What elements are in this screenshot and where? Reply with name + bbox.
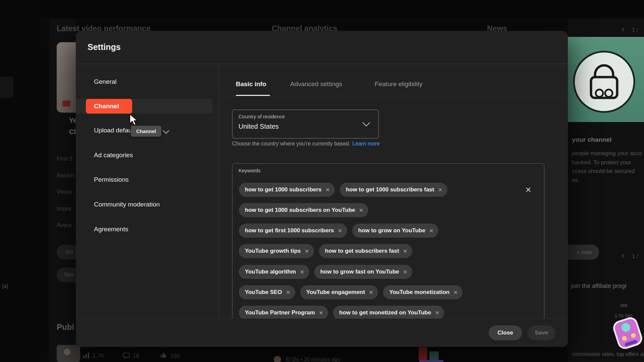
thumbnail-logo-patch bbox=[62, 101, 70, 107]
views-count: 1.7K bbox=[93, 353, 104, 359]
bar-chart-icon bbox=[83, 352, 90, 359]
keyword-chip[interactable]: how to get first 1000 subscribers× bbox=[239, 224, 347, 238]
sidebar-item-community-moderation[interactable]: Community moderation bbox=[94, 201, 160, 208]
news-caption-title: your channel bbox=[572, 136, 611, 143]
tab-feature-eligibility[interactable]: Feature eligibility bbox=[375, 80, 423, 88]
screen: Latest video performance Channel analyti… bbox=[0, 0, 644, 362]
remove-keyword-icon[interactable]: × bbox=[435, 309, 439, 317]
keyword-chip[interactable]: how to get monetized on YouTube× bbox=[333, 306, 444, 320]
keyword-chip-label: YouTube SEO bbox=[245, 289, 282, 296]
sidebar-item-agreements[interactable]: Agreements bbox=[94, 226, 128, 233]
header-divider bbox=[76, 64, 568, 64]
sidebar-item-channel[interactable]: Channel bbox=[86, 99, 132, 114]
metric-row: Views bbox=[57, 189, 72, 195]
keyword-chip[interactable]: how to get 1000 subscribers on YouTube× bbox=[239, 203, 368, 217]
country-helper-text: Choose the country where you're currentl… bbox=[232, 141, 380, 147]
keyword-row: YouTube algorithm× how to grow fast on Y… bbox=[239, 265, 412, 279]
keyword-row: YouTube Partner Program× how to get mone… bbox=[239, 306, 444, 320]
remove-keyword-icon[interactable]: × bbox=[319, 309, 323, 317]
clear-keywords-icon[interactable]: × bbox=[522, 183, 534, 197]
news-caption-line: es. bbox=[572, 177, 580, 184]
remove-keyword-icon[interactable]: × bbox=[453, 288, 458, 296]
mini-thumbnail bbox=[429, 351, 439, 360]
keywords-label: Keywords bbox=[238, 168, 261, 173]
tab-basic-info[interactable]: Basic info bbox=[236, 80, 266, 88]
keyword-chip[interactable]: how to get 1000 subscribers fast× bbox=[340, 183, 447, 197]
tabs-divider bbox=[219, 96, 568, 96]
keyword-chip-label: how to get subscribers fast bbox=[325, 248, 399, 254]
chevron-left-icon[interactable]: ‹ bbox=[622, 251, 625, 259]
comments-count: 18 bbox=[133, 353, 139, 359]
remove-keyword-icon[interactable]: × bbox=[429, 227, 433, 235]
remove-keyword-icon[interactable]: × bbox=[403, 268, 407, 276]
chevron-left-icon[interactable]: ‹ bbox=[622, 24, 625, 33]
keyword-row: how to get 1000 subscribers× how to get … bbox=[239, 183, 447, 197]
remove-keyword-icon[interactable]: × bbox=[369, 288, 373, 296]
video-title-fragment: Cl bbox=[69, 128, 76, 136]
thumbs-up-icon bbox=[160, 351, 167, 359]
keyword-chip-label: YouTube growth tips bbox=[245, 248, 301, 254]
keyword-chip[interactable]: YouTube SEO× bbox=[239, 285, 295, 299]
tab-advanced-settings[interactable]: Advanced settings bbox=[290, 80, 342, 88]
sidebar-item-general[interactable]: General bbox=[94, 78, 117, 85]
settings-dialog: Settings General Channel Upload defaults… bbox=[76, 31, 568, 347]
keyword-chip-label: how to get 1000 subscribers bbox=[245, 186, 322, 193]
keyword-chip[interactable]: how to grow on YouTube× bbox=[352, 224, 438, 238]
remove-keyword-icon[interactable]: × bbox=[286, 288, 290, 296]
keyword-chip-label: how to get 1000 subscribers on YouTube bbox=[245, 207, 355, 214]
dialog-title: Settings bbox=[88, 42, 121, 52]
keyword-chip-label: how to grow fast on YouTube bbox=[320, 268, 399, 275]
news-pager-mid: 1 / bbox=[632, 253, 638, 260]
close-button[interactable]: Close bbox=[489, 325, 522, 340]
sidebar-item-ad-categories[interactable]: Ad categories bbox=[94, 152, 133, 159]
remove-keyword-icon[interactable]: × bbox=[305, 247, 309, 255]
top-bar-background bbox=[0, 0, 644, 18]
remove-keyword-icon[interactable]: × bbox=[326, 186, 330, 194]
remove-keyword-icon[interactable]: × bbox=[438, 186, 442, 194]
comment-icon bbox=[123, 352, 130, 359]
country-helper-copy: Choose the country where you're currentl… bbox=[232, 141, 351, 146]
lock-illustration bbox=[569, 46, 639, 117]
keyword-row: how to get first 1000 subscribers× how t… bbox=[239, 224, 438, 238]
keyword-chip[interactable]: YouTube growth tips× bbox=[239, 244, 314, 258]
keyword-chip[interactable]: YouTube Partner Program× bbox=[239, 306, 328, 320]
country-field-label: Country of residence bbox=[238, 114, 285, 119]
keyword-chip[interactable]: how to get 1000 subscribers× bbox=[239, 183, 335, 197]
learn-more-link[interactable]: Learn more bbox=[353, 141, 380, 146]
edge-text-fragment: [a] bbox=[2, 283, 8, 289]
active-tab-underline bbox=[236, 95, 270, 96]
mini-thumbnail bbox=[419, 347, 427, 360]
news-caption-line: ccess should be secured bbox=[572, 168, 635, 175]
country-of-residence-select[interactable]: Country of residence United States bbox=[232, 110, 379, 138]
chevron-down-icon bbox=[363, 119, 370, 127]
published-heading-fragment: Publ bbox=[57, 322, 74, 332]
metric-row: Avera bbox=[57, 222, 71, 229]
keyword-chip[interactable]: how to get subscribers fast× bbox=[319, 244, 412, 258]
keyword-row: YouTube SEO× YouTube engagement× YouTube… bbox=[239, 285, 463, 299]
keyword-chip-label: how to get 1000 subscribers fast bbox=[346, 186, 434, 193]
game-controller-sticker bbox=[611, 308, 644, 358]
keyword-chip[interactable]: how to grow fast on YouTube× bbox=[314, 265, 412, 279]
keyword-chip-label: YouTube engagement bbox=[306, 289, 365, 296]
keyword-chip[interactable]: YouTube algorithm× bbox=[239, 265, 309, 279]
remove-keyword-icon[interactable]: × bbox=[338, 227, 342, 235]
keyword-chip[interactable]: YouTube engagement× bbox=[300, 285, 378, 299]
remove-keyword-icon[interactable]: × bbox=[300, 268, 304, 276]
keyword-row: how to get 1000 subscribers on YouTube× bbox=[239, 203, 368, 217]
mini-thumbnail-accent bbox=[419, 360, 443, 362]
comment-byline: El Da • 30 minutes ago bbox=[286, 357, 340, 362]
remove-keyword-icon[interactable]: × bbox=[359, 206, 363, 214]
remove-keyword-icon[interactable]: × bbox=[403, 247, 407, 255]
keyword-row: YouTube growth tips× how to get subscrib… bbox=[239, 244, 412, 258]
save-button[interactable]: Save bbox=[528, 325, 555, 340]
metric-row: Impre bbox=[57, 205, 71, 212]
mouse-cursor bbox=[127, 113, 141, 127]
keyword-chip-label: YouTube Partner Program bbox=[245, 309, 315, 316]
affiliate-news-line: join the affiliate progr bbox=[571, 283, 627, 290]
keyword-chip[interactable]: YouTube monetization× bbox=[383, 285, 463, 299]
sidebar-divider bbox=[219, 64, 219, 318]
sidebar-item-permissions[interactable]: Permissions bbox=[94, 176, 128, 183]
keyword-chip-label: YouTube monetization bbox=[389, 289, 449, 296]
dialog-footer: Close Save bbox=[76, 318, 568, 347]
thumbnail-face bbox=[64, 349, 70, 355]
